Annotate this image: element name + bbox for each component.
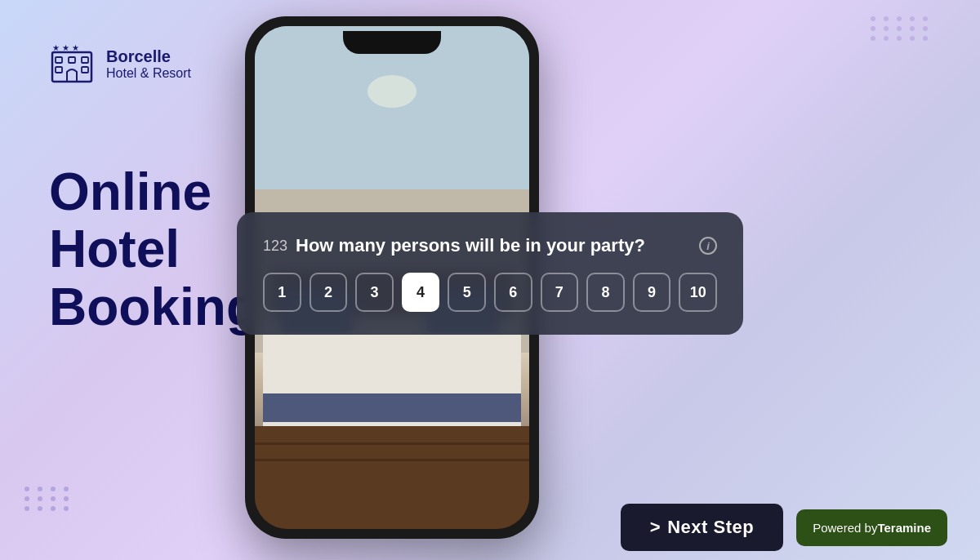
question-header: 123 How many persons will be in your par… <box>263 235 717 256</box>
powered-by-text: Powered by <box>813 521 877 535</box>
next-step-label: Next Step <box>667 517 754 538</box>
svg-text:★ ★ ★: ★ ★ ★ <box>52 43 79 52</box>
brand-name: Teramine <box>877 521 931 535</box>
number-icon: 123 <box>263 238 287 255</box>
svg-rect-16 <box>255 442 529 445</box>
person-count-btn-3[interactable]: 3 <box>355 273 394 312</box>
person-count-btn-5[interactable]: 5 <box>448 273 486 312</box>
person-count-btn-1[interactable]: 1 <box>263 273 301 312</box>
person-count-buttons[interactable]: 12345678910 <box>263 273 717 312</box>
headline-line2: Hotel <box>49 220 258 278</box>
person-count-btn-6[interactable]: 6 <box>494 273 532 312</box>
svg-rect-5 <box>56 67 62 73</box>
svg-rect-3 <box>69 57 75 63</box>
svg-rect-2 <box>56 57 62 63</box>
hotel-icon: ★ ★ ★ <box>49 41 95 87</box>
person-count-btn-7[interactable]: 7 <box>541 273 579 312</box>
logo-name: Borcelle <box>106 47 191 66</box>
question-text: How many persons will be in your party? <box>296 235 691 256</box>
person-count-btn-9[interactable]: 9 <box>633 273 671 312</box>
info-icon[interactable]: i <box>699 237 717 255</box>
svg-rect-17 <box>255 459 529 461</box>
powered-by-badge: Powered by Teramine <box>796 509 947 546</box>
next-arrow: > <box>650 517 661 538</box>
svg-rect-4 <box>82 57 88 63</box>
decorative-dots-top <box>871 16 931 41</box>
person-count-btn-8[interactable]: 8 <box>586 273 625 312</box>
logo-subtitle: Hotel & Resort <box>106 66 191 81</box>
person-count-btn-4[interactable]: 4 <box>402 273 440 312</box>
headline-line1: Online <box>49 163 258 220</box>
logo-text: Borcelle Hotel & Resort <box>106 47 191 81</box>
phone-notch <box>343 31 441 54</box>
svg-rect-14 <box>263 393 521 422</box>
question-card: 123 How many persons will be in your par… <box>237 212 743 335</box>
headline: Online Hotel Booking <box>49 163 258 336</box>
next-step-button[interactable]: > Next Step <box>621 504 783 551</box>
svg-rect-6 <box>82 67 88 73</box>
svg-rect-7 <box>255 26 529 214</box>
footer: > Next Step Powered by Teramine <box>0 495 980 560</box>
logo-area: ★ ★ ★ Borcelle Hotel & Resort <box>49 41 191 87</box>
person-count-btn-10[interactable]: 10 <box>679 273 717 312</box>
headline-line3: Booking <box>49 278 258 336</box>
svg-point-9 <box>368 75 416 108</box>
person-count-btn-2[interactable]: 2 <box>310 273 348 312</box>
